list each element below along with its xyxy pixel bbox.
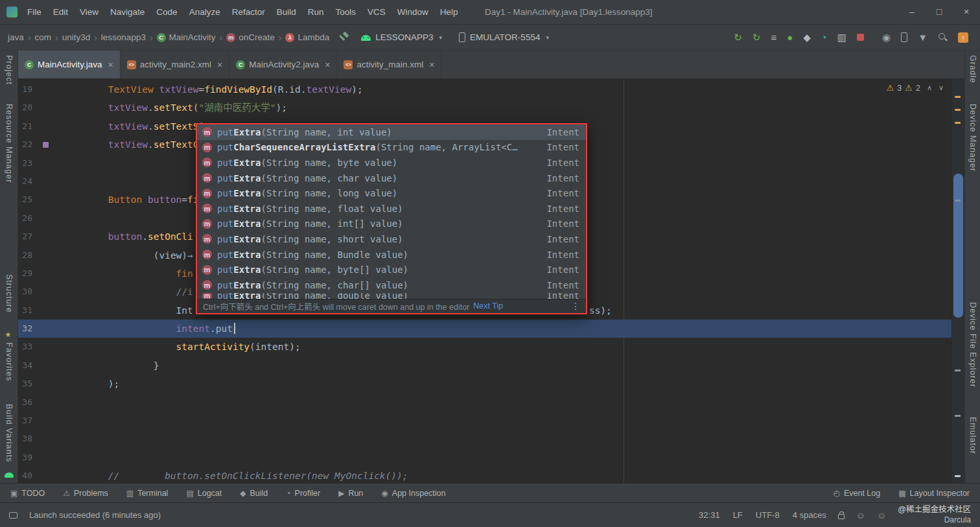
tab-MainActivity2.java[interactable]: CMainActivity2.java×	[229, 51, 337, 78]
next-tip-link[interactable]: Next Tip	[473, 301, 503, 310]
breadcrumb-unity3d[interactable]: unity3d	[62, 32, 91, 42]
stripe-mark[interactable]	[955, 415, 961, 417]
completion-item[interactable]: mputCharSequenceArrayListExtra(String na…	[197, 140, 586, 156]
line-separator[interactable]: LF	[733, 510, 743, 520]
attach-debugger-icon[interactable]: ▥	[837, 32, 846, 42]
close-button[interactable]: ×	[953, 0, 980, 24]
theme-indicator[interactable]: Darcula	[944, 515, 971, 525]
run-configurations-icon[interactable]: ≡	[771, 32, 776, 42]
menu-build[interactable]: Build	[271, 0, 302, 24]
completion-item[interactable]: mputExtra(String name, short value)Inten…	[197, 231, 586, 247]
editor[interactable]: 19 TextView txtView=findViewById(R.id.te…	[18, 79, 951, 483]
feedback-smiley-icon[interactable]: ☺	[856, 510, 865, 521]
caret-position[interactable]: 32:31	[699, 510, 720, 520]
completion-item[interactable]: mputExtra(String name, char value)Intent	[197, 170, 586, 186]
apply-changes-icon[interactable]: ↻	[734, 32, 742, 42]
emoji-icon[interactable]: ☺	[877, 510, 886, 521]
stripe-resource-manager[interactable]: Resource Manager	[5, 104, 14, 183]
code-line-19[interactable]: 19 TextView txtView=findViewById(R.id.te…	[18, 80, 951, 99]
menu-edit[interactable]: Edit	[47, 0, 74, 24]
warning-stripe-mark[interactable]	[955, 122, 961, 124]
stripe-mark[interactable]	[955, 475, 961, 477]
breadcrumb-lessonapp3[interactable]: lessonapp3	[101, 32, 146, 42]
inspections-widget[interactable]: ⚠ 3 ⚠ 2 ∧ ∨	[887, 83, 944, 93]
stripe-structure[interactable]: Structure	[5, 274, 14, 313]
color-swatch[interactable]	[43, 142, 49, 148]
completion-item[interactable]: mputExtra(String name, float value)Inten…	[197, 201, 586, 217]
stripe-device-file-explorer[interactable]: Device File Explorer	[968, 302, 977, 388]
build-hammer-icon[interactable]	[338, 32, 349, 43]
stripe-mark[interactable]	[955, 369, 961, 371]
tool-build[interactable]: ◆Build	[240, 489, 268, 498]
menu-view[interactable]: View	[74, 0, 104, 24]
completion-item[interactable]: mputExtra(String name, int[] value)Inten…	[197, 217, 586, 232]
ide-updates-icon[interactable]: ↑	[958, 32, 968, 43]
scrollbar-thumb[interactable]	[953, 174, 963, 318]
menu-navigate[interactable]: Navigate	[104, 0, 150, 24]
android-icon[interactable]	[5, 473, 14, 478]
device-select[interactable]: EMULATOR-5554 ▾	[454, 32, 554, 42]
tab-activity_main2.xml[interactable]: <>activity_main2.xml×	[121, 51, 229, 78]
menu-run[interactable]: Run	[302, 0, 330, 24]
more-options-icon[interactable]: ⋮	[571, 301, 580, 311]
device-manager-icon[interactable]	[901, 32, 907, 42]
file-encoding[interactable]: UTF-8	[756, 510, 780, 520]
code-line-36[interactable]: 36	[18, 393, 951, 412]
completion-item[interactable]: mputExtra(String name, char[] value)Inte…	[197, 277, 586, 293]
tab-activity_main.xml[interactable]: <>activity_main.xml×	[337, 51, 441, 78]
stripe-gradle[interactable]: Gradle	[968, 55, 977, 84]
tab-close-icon[interactable]: ×	[108, 60, 113, 70]
scrollbar-error-stripe[interactable]	[951, 79, 964, 483]
stripe-favorites[interactable]: ★Favorites	[5, 331, 14, 381]
minimize-button[interactable]: –	[898, 0, 926, 24]
stripe-emulator[interactable]: Emulator	[968, 417, 977, 454]
warning-stripe-mark[interactable]	[955, 96, 961, 98]
lock-icon[interactable]	[838, 514, 845, 519]
completion-item[interactable]: mputExtra(String name, double value)Inte…	[197, 293, 586, 299]
breadcrumb-java[interactable]: java	[8, 32, 24, 42]
code-line-38[interactable]: 38	[18, 430, 951, 448]
breadcrumb-com[interactable]: com	[34, 32, 51, 42]
tool-problems[interactable]: ⚠Problems	[63, 489, 108, 498]
stripe-project[interactable]: Project	[5, 55, 14, 85]
tool-terminal[interactable]: ▥Terminal	[126, 489, 169, 498]
menu-code[interactable]: Code	[150, 0, 183, 24]
apply-code-changes-icon[interactable]: ↻	[752, 32, 761, 42]
sdk-manager-icon[interactable]: ▼	[918, 32, 928, 42]
breadcrumb-mainactivity[interactable]: CMainActivity	[157, 32, 216, 42]
previous-issue-icon[interactable]: ∧	[927, 84, 932, 92]
sync-project-icon[interactable]: ◉	[882, 32, 891, 42]
search-everywhere-icon[interactable]	[938, 32, 948, 42]
stripe-device-manager[interactable]: Device Manager	[968, 104, 977, 172]
breadcrumb-lambda[interactable]: λLambda	[285, 32, 329, 42]
tool-logcat[interactable]: ▤Logcat	[186, 489, 222, 498]
stop-icon[interactable]	[857, 34, 864, 41]
menu-file[interactable]: File	[21, 0, 47, 24]
tool-app-inspection[interactable]: ◉App Inspection	[381, 489, 445, 498]
code-line-39[interactable]: 39	[18, 449, 951, 467]
completion-item[interactable]: mputExtra(String name, long value)Intent	[197, 185, 586, 201]
menu-tools[interactable]: Tools	[330, 0, 362, 24]
code-line-35[interactable]: 35 );	[18, 375, 951, 393]
menu-window[interactable]: Window	[391, 0, 434, 24]
completion-item[interactable]: mputExtra(String name, byte value)Intent	[197, 155, 586, 170]
tool-layout-inspector[interactable]: ▦Layout Inspector	[898, 489, 970, 498]
profile-app-icon[interactable]: ◆	[803, 32, 811, 42]
run-configuration-select[interactable]: LESSONAPP3 ▾	[356, 32, 447, 42]
completion-item[interactable]: mputExtra(String name, byte[] value)Inte…	[197, 262, 586, 277]
indent-style[interactable]: 4 spaces	[793, 510, 826, 520]
menu-refactor[interactable]: Refactor	[226, 0, 271, 24]
tool-profiler[interactable]: ◔Profiler	[286, 489, 320, 498]
tool-event-log[interactable]: ◴Event Log	[833, 489, 880, 498]
next-issue-icon[interactable]: ∨	[939, 84, 944, 92]
menu-help[interactable]: Help	[434, 0, 464, 24]
code-line-32[interactable]: 32 intent.put	[18, 320, 951, 338]
tab-MainActivity.java[interactable]: CMainActivity.java×	[18, 51, 121, 78]
code-line-40[interactable]: 40 // button.setOnClickListener(new MyOn…	[18, 467, 951, 483]
stripe-build-variants[interactable]: Build Variants	[5, 404, 14, 462]
tab-close-icon[interactable]: ×	[217, 60, 222, 70]
debug-icon[interactable]: ●	[787, 32, 793, 42]
tab-close-icon[interactable]: ×	[429, 60, 434, 70]
code-line-20[interactable]: 20 txtView.setText("湖南中医药大学");	[18, 99, 951, 117]
code-line-33[interactable]: 33 startActivity(intent);	[18, 338, 951, 356]
